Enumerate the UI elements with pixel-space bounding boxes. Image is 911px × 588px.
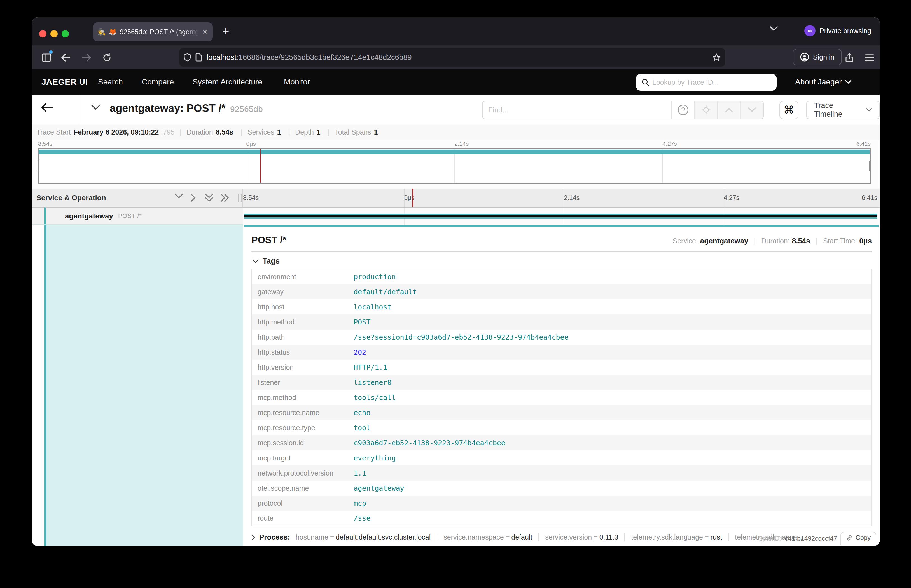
chevron-down-icon [845,80,851,84]
nav-item-system-architecture[interactable]: System Architecture [193,78,262,86]
copy-span-id-button[interactable]: Copy [840,532,876,546]
tag-row[interactable]: protocol mcp [252,496,872,511]
tags-section-toggle[interactable]: Tags [253,257,872,265]
tag-row[interactable]: mcp.resource.name echo [252,405,872,420]
tag-row[interactable]: http.status 202 [252,345,872,360]
copy-label: Copy [856,534,871,541]
url-host: localhost [207,53,237,61]
service-operation-label: Service & Operation [36,194,106,202]
tag-value: 202 [348,345,872,360]
tag-row[interactable]: network.protocol.version 1.1 [252,465,872,481]
timeline-cursor-line [412,189,413,207]
depth-label: Depth [295,128,314,136]
sign-in-button[interactable]: Sign in [793,48,841,65]
back-to-search-icon[interactable] [41,102,53,113]
find-help-button[interactable]: ? [671,101,694,119]
reload-button-icon[interactable] [99,50,115,65]
tab-close-icon[interactable]: × [201,27,208,36]
service-value: agentgateway [700,237,748,246]
tag-row[interactable]: http.path /sse?sessionId=c903a6d7-eb52-4… [252,330,872,345]
about-jaeger-label: About Jaeger [795,78,842,86]
nav-item-search[interactable]: Search [98,78,123,86]
total-spans-label: Total Spans [335,128,371,136]
prev-match-button[interactable] [717,101,740,119]
meta-separator: | [816,237,818,245]
tag-key: http.method [252,314,348,330]
trace-page-header: agentgateway: POST /*92565db ? ⌘ Trace T… [32,95,880,125]
tag-row[interactable]: http.version HTTP/1.1 [252,360,872,375]
minimap-canvas[interactable] [38,148,871,184]
expand-one-double-chevron-right-icon[interactable] [220,194,229,202]
window-minimize-button[interactable] [50,30,58,37]
stat-separator: | [328,128,330,136]
bookmark-star-icon[interactable] [712,53,721,61]
tag-key: mcp.resource.type [252,420,348,435]
nav-item-compare[interactable]: Compare [142,78,174,86]
new-tab-button[interactable]: + [222,24,229,39]
trace-view-select[interactable]: Trace Timeline [806,101,880,119]
shield-icon[interactable] [184,53,191,61]
tag-row[interactable]: environment production [252,269,872,284]
tag-row[interactable]: mcp.session.id c903a6d7-eb52-4138-9223-9… [252,435,872,451]
column-resize-handle[interactable] [238,194,242,202]
tag-row[interactable]: http.method POST [252,314,872,330]
expand-all-double-chevron-down-icon[interactable] [205,194,213,202]
list-tabs-chevron-icon[interactable] [770,26,778,31]
collapse-one-chevron-right-icon[interactable] [190,194,196,202]
tag-row[interactable]: listener listener0 [252,375,872,390]
url-text[interactable]: localhost:16686/trace/92565db3c1bef326e7… [207,53,708,62]
span-timeline-cell[interactable] [243,208,880,225]
nav-item-monitor[interactable]: Monitor [284,78,310,86]
start-time-value: 0μs [859,237,872,246]
share-icon[interactable] [841,50,857,65]
minimap-right-handle[interactable] [869,161,871,171]
about-jaeger-menu[interactable]: About Jaeger [795,78,851,86]
tag-row[interactable]: mcp.target everything [252,451,872,465]
find-input[interactable] [488,106,666,115]
timeline-tick: 4.27s [724,194,739,202]
back-button-icon[interactable] [58,50,73,65]
chevron-up-icon [725,107,733,113]
minimap-tick: 8.54s [38,141,52,147]
stat-separator: | [180,128,182,136]
minimap-left-handle[interactable] [38,161,39,171]
span-duration-bar[interactable] [244,214,877,219]
chevron-down-icon [253,259,259,263]
tag-key: environment [252,269,348,284]
tag-row[interactable]: mcp.method tools/call [252,390,872,405]
hamburger-menu-icon[interactable] [862,50,877,65]
next-match-button[interactable] [740,101,763,119]
jaeger-brand[interactable]: JAEGER UI [41,77,88,87]
search-icon [642,79,649,86]
sidebar-toggle-icon[interactable] [39,50,54,65]
duration-value: 8.54s [792,237,810,246]
stat-separator: | [289,128,290,136]
tag-row[interactable]: mcp.resource.type tool [252,420,872,435]
window-close-button[interactable] [39,30,47,37]
collapse-trace-chevron-icon[interactable] [91,105,100,110]
tag-key: gateway [252,284,348,299]
page-info-icon[interactable] [195,53,202,61]
span-row[interactable]: agentgateway POST /* [32,208,880,225]
minimap-cursor-line [260,149,261,183]
focus-match-button[interactable] [694,101,717,119]
sidebar-notification-dot [49,50,53,54]
tag-row[interactable]: otel.scope.name agentgateway [252,481,872,496]
trace-stats-bar: Trace Start February 6 2026, 09:10:22.79… [32,125,880,139]
browser-tab[interactable]: 🕵️ 🦊 92565db: POST /* (agentgat × [93,23,213,41]
tag-row[interactable]: http.host localhost [252,299,872,314]
trace-id-lookup[interactable] [636,74,776,90]
tag-row[interactable]: route /sse [252,511,872,526]
forward-button-icon[interactable] [79,50,95,65]
tag-row[interactable]: gateway default/default [252,284,872,299]
collapse-all-chevron-down-icon[interactable] [175,194,183,199]
url-bar[interactable]: localhost:16686/trace/92565db3c1bef326e7… [179,48,725,66]
help-icon: ? [678,105,689,115]
span-name-cell[interactable]: agentgateway POST /* [32,208,243,225]
span-id-footer: SpanID: c41fb1492cdccf47 Copy [758,532,876,546]
window-zoom-button[interactable] [62,30,69,37]
span-id-value: c41fb1492cdccf47 [785,535,837,543]
trace-id-lookup-input[interactable] [652,78,771,86]
keyboard-shortcuts-button[interactable]: ⌘ [780,101,798,119]
services-label: Services [248,128,274,136]
